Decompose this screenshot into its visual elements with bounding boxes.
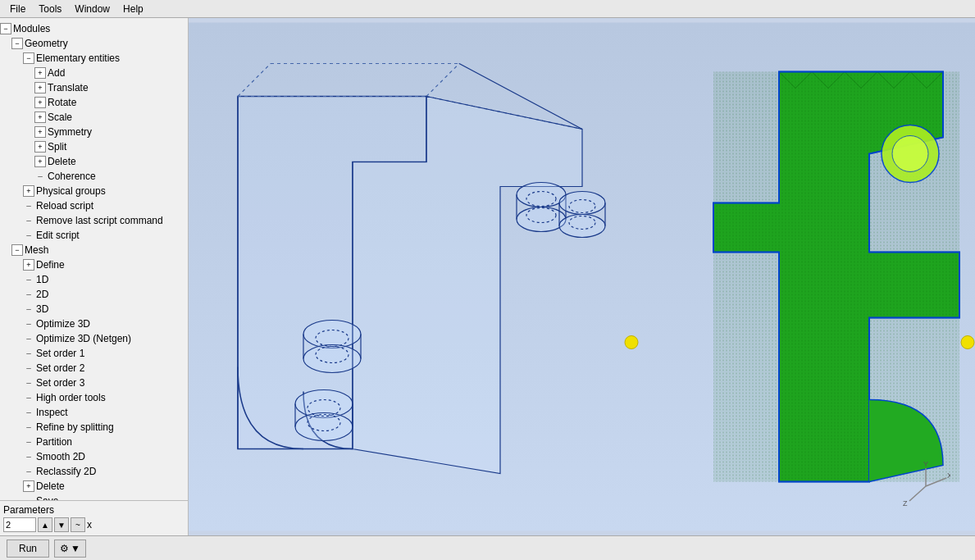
tree-item-label: High order tools [36, 391, 106, 404]
leaf-dash-icon: – [23, 421, 34, 433]
leaf-dash-icon: – [23, 274, 34, 285]
expand-icon: + [34, 156, 46, 167]
leaf-dash-icon: – [23, 392, 34, 403]
tree-item-label: Optimize 3D [36, 317, 90, 330]
tree-item-label: Optimize 3D (Netgen) [36, 332, 131, 345]
tree-item-optimize-3d-netgen[interactable]: –Optimize 3D (Netgen) [0, 331, 188, 346]
tree-item-reclassify-2d[interactable]: –Reclassify 2D [0, 464, 188, 479]
tree-item-label: Set order 1 [36, 347, 84, 360]
params-input[interactable] [3, 517, 36, 532]
tree-item-label: Geometry [25, 37, 68, 50]
tree-item-mesh[interactable]: −Mesh [0, 243, 188, 257]
tree-item-label: Scale [48, 111, 72, 124]
menubar: File Tools Window Help [0, 0, 975, 18]
expand-icon: + [34, 97, 46, 108]
leaf-dash-icon: – [23, 215, 34, 226]
svg-point-10 [517, 183, 566, 207]
tree-item-physical-groups[interactable]: +Physical groups [0, 184, 188, 198]
tree-item-define[interactable]: +Define [0, 257, 188, 272]
tree-item-partition[interactable]: –Partition [0, 435, 188, 449]
tree-item-set-order-3[interactable]: –Set order 3 [0, 376, 188, 390]
leaf-dash-icon: – [23, 230, 34, 241]
svg-point-50 [961, 336, 974, 349]
menu-help[interactable]: Help [116, 2, 150, 16]
tree-item-delete-mesh[interactable]: +Delete [0, 479, 188, 494]
params-row: ▲ ▼ ~ x [3, 517, 185, 532]
menu-file[interactable]: File [3, 2, 32, 16]
leaf-dash-icon: – [34, 171, 46, 182]
tree-item-symmetry[interactable]: +Symmetry [0, 125, 188, 139]
svg-text:Z: Z [903, 499, 908, 508]
leaf-dash-icon: – [23, 466, 34, 477]
params-down-btn[interactable]: ▼ [54, 517, 69, 532]
tree-item-refine-by-splitting[interactable]: –Refine by splitting [0, 420, 188, 435]
tree-item-mesh-1d[interactable]: –1D [0, 272, 188, 287]
tree-item-optimize-3d[interactable]: –Optimize 3D [0, 316, 188, 331]
tree-item-label: Delete [36, 480, 65, 493]
tree-item-reload-script[interactable]: –Reload script [0, 198, 188, 213]
tree-item-smooth-2d[interactable]: –Smooth 2D [0, 449, 188, 464]
parameters-label: Parameters [3, 504, 185, 516]
expand-icon: + [23, 259, 34, 271]
mesh-shape [713, 72, 974, 482]
tree-item-geometry[interactable]: −Geometry [0, 36, 188, 51]
tree-item-remove-last-script[interactable]: –Remove last script command [0, 213, 188, 228]
tree-item-label: Add [48, 66, 65, 80]
menu-tools[interactable]: Tools [32, 2, 68, 16]
tree-item-add[interactable]: +Add [0, 66, 188, 80]
gear-icon: ⚙ [60, 543, 69, 554]
tree-item-inspect[interactable]: –Inspect [0, 405, 188, 420]
tree-item-save[interactable]: –Save [0, 494, 188, 500]
svg-text:Y: Y [923, 462, 928, 468]
svg-point-17 [559, 215, 605, 238]
leaf-dash-icon: – [23, 318, 34, 330]
expand-icon: + [34, 141, 46, 153]
collapse-icon: − [0, 23, 11, 34]
tree-item-label: Reload script [36, 199, 93, 212]
tree-item-modules[interactable]: −Modules [0, 21, 188, 36]
tree-item-translate[interactable]: +Translate [0, 80, 188, 95]
collapse-icon: − [23, 52, 34, 64]
tree-item-label: Modules [13, 22, 50, 35]
tree-item-set-order-1[interactable]: –Set order 1 [0, 346, 188, 361]
gear-button[interactable]: ⚙ ▼ [54, 540, 86, 558]
tree-item-label: Remove last script command [36, 214, 163, 227]
tree-item-set-order-2[interactable]: –Set order 2 [0, 361, 188, 376]
tree-item-coherence[interactable]: –Coherence [0, 169, 188, 184]
tree-item-mesh-3d[interactable]: –3D [0, 302, 188, 316]
params-up-btn[interactable]: ▲ [38, 517, 52, 532]
tree-item-high-order-tools[interactable]: –High order tools [0, 390, 188, 405]
params-graph-btn[interactable]: ~ [71, 517, 85, 532]
svg-text:X: X [947, 471, 950, 480]
tree-item-label: Set order 2 [36, 362, 84, 375]
menu-window[interactable]: Window [68, 2, 116, 16]
tree-item-label: 2D [36, 288, 48, 301]
tree-item-edit-script[interactable]: –Edit script [0, 228, 188, 243]
tree-item-elementary-entities[interactable]: −Elementary entities [0, 51, 188, 66]
tree-item-scale[interactable]: +Scale [0, 110, 188, 125]
tree-item-rotate[interactable]: +Rotate [0, 95, 188, 110]
bottom-bar: Run ⚙ ▼ [0, 535, 975, 560]
tree-item-split[interactable]: +Split [0, 139, 188, 154]
expand-icon: + [23, 480, 34, 492]
tree-item-label: 1D [36, 273, 48, 286]
svg-line-51 [926, 478, 946, 486]
tree-item-label: Rotate [48, 96, 76, 109]
expand-icon: + [34, 82, 46, 93]
tree-item-label: Inspect [36, 406, 68, 419]
tree-item-mesh-2d[interactable]: –2D [0, 287, 188, 302]
tree-item-label: Elementary entities [36, 52, 120, 65]
viewport[interactable]: X Y Z [189, 18, 975, 535]
tree-item-label: Refine by splitting [36, 421, 114, 434]
leaf-dash-icon: – [23, 333, 34, 344]
expand-icon: + [34, 112, 46, 123]
svg-point-11 [517, 207, 566, 232]
leaf-dash-icon: – [23, 289, 34, 300]
run-button[interactable]: Run [7, 540, 49, 558]
tree-item-label: Coherence [48, 170, 96, 183]
tree-item-delete-geom[interactable]: +Delete [0, 154, 188, 169]
expand-icon: + [23, 185, 34, 197]
svg-point-49 [892, 136, 928, 172]
main-area: −Modules−Geometry−Elementary entities+Ad… [0, 18, 975, 535]
leaf-dash-icon: – [23, 436, 34, 448]
